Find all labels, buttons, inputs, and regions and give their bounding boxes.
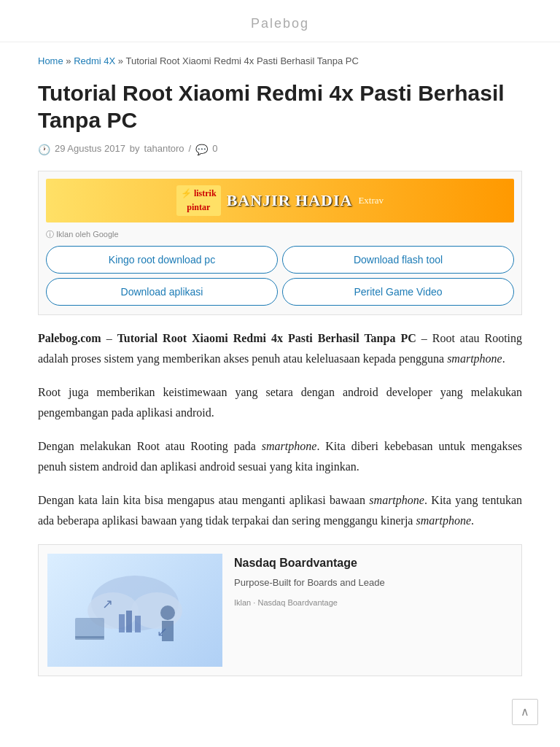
intro-bold: Tutorial Root Xiaomi Redmi 4x Pasti Berh… [117,332,416,344]
svg-rect-8 [75,618,104,638]
svg-rect-4 [126,611,132,632]
promo-image: ↗ ↙ [47,554,222,667]
back-to-top-button[interactable]: ∧ [512,699,538,720]
breadcrumb-current: Tutorial Root Xiaomi Redmi 4x Pasti Berh… [125,55,358,66]
ad-label: ⓘ Iklan oleh Google [46,228,514,241]
svg-text:↙: ↙ [157,624,168,639]
breadcrumb-home[interactable]: Home [38,55,63,66]
post-author[interactable]: tahantoro [144,142,184,157]
para3-smartphone: smartphone [262,440,317,452]
ad-block: ⚡ listrikpintar BANJIR HADIA Extrav ⓘ Ik… [38,171,522,315]
site-header: Palebog [0,0,560,42]
post-paragraph-4: Dengan kata lain kita bisa mengapus atau… [38,490,522,531]
listrik-badge: ⚡ listrikpintar [176,185,221,216]
svg-rect-5 [135,616,141,632]
clock-icon: 🕐 [38,142,50,158]
svg-text:↗: ↗ [102,597,113,611]
svg-point-6 [160,605,175,620]
comment-icon: 💬 [195,142,208,158]
svg-rect-3 [119,614,125,632]
ad-link-aplikasi[interactable]: Download aplikasi [46,278,278,306]
breadcrumb-redmi4x[interactable]: Redmi 4X [74,55,115,66]
intro-site: Palebog.com [38,332,101,344]
promo-ad-source: Nasdaq Boardvantage [257,598,337,607]
post-paragraph-1: Palebog.com – Tutorial Root Xiaomi Redmi… [38,328,522,369]
promo-description: Purpose-Built for Boards and Leade [234,576,513,591]
svg-rect-9 [75,636,104,640]
post-comments: 0 [212,142,217,157]
intro-dash2: – [421,332,427,344]
ad-banner: ⚡ listrikpintar BANJIR HADIA Extrav [46,179,514,222]
ad-link-flash[interactable]: Download flash tool [282,246,514,274]
promo-ad-label: Iklan · Nasdaq Boardvantage [234,597,513,610]
ad-links-grid: Kingo root download pc Download flash to… [46,246,514,306]
site-title: Palebog [251,16,309,31]
post-paragraph-2: Root juga memberikan keistimewaan yang s… [38,382,522,423]
ad-link-kingo[interactable]: Kingo root download pc [46,246,278,274]
intro-dash: – [106,332,112,344]
post-meta: 🕐 29 Agustus 2017 by tahantoro / 💬 0 [38,142,522,158]
ad-banner-sub: Extrav [358,193,384,209]
post-title: Tutorial Root Xiaomi Redmi 4x Pasti Berh… [38,80,522,134]
para4-smartphone2: smartphone [416,514,471,527]
intro-smartphone: smartphone [447,352,502,365]
para4-smartphone: smartphone [369,494,424,506]
post-date: 29 Agustus 2017 [55,142,125,157]
ad-link-peritel[interactable]: Peritel Game Video [282,278,514,306]
promo-title: Nasdaq Boardvantage [234,554,513,573]
content-wrap: Home » Redmi 4X » Tutorial Root Xiaomi R… [18,54,542,721]
post-paragraph-3: Dengan melakukan Root atau Rooting pada … [38,436,522,477]
post-body: Palebog.com – Tutorial Root Xiaomi Redmi… [38,328,522,531]
breadcrumb: Home » Redmi 4X » Tutorial Root Xiaomi R… [38,54,522,69]
promo-block: ↗ ↙ Nasdaq Boardvantage Purpose-Built fo… [38,544,522,676]
promo-text-area: Nasdaq Boardvantage Purpose-Built for Bo… [234,554,513,609]
ad-banner-text: BANJIR HADIA [227,187,353,213]
